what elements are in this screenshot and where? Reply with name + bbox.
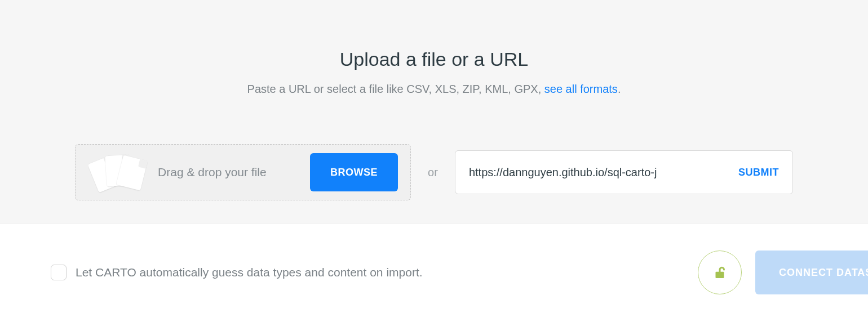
footer-right-group: CONNECT DATASET xyxy=(698,251,868,294)
footer-bar: Let CARTO automatically guess data types… xyxy=(0,223,868,322)
see-all-formats-link[interactable]: see all formats xyxy=(544,83,618,95)
auto-guess-checkbox[interactable] xyxy=(51,265,67,280)
privacy-toggle[interactable] xyxy=(698,251,742,294)
svg-rect-0 xyxy=(716,272,724,278)
page-title: Upload a file or a URL xyxy=(0,48,868,70)
upload-panel: Upload a file or a URL Paste a URL or se… xyxy=(0,0,868,223)
connect-dataset-button[interactable]: CONNECT DATASET xyxy=(755,251,868,294)
unlock-icon xyxy=(711,264,728,281)
url-input[interactable] xyxy=(469,166,727,179)
url-input-box: SUBMIT xyxy=(455,150,793,194)
files-stack-icon xyxy=(89,154,145,190)
auto-guess-label: Let CARTO automatically guess data types… xyxy=(76,266,423,279)
or-separator: or xyxy=(428,166,438,179)
submit-button[interactable]: SUBMIT xyxy=(727,167,779,178)
subtitle-period: . xyxy=(618,83,621,95)
dropzone-label: Drag & drop your file xyxy=(158,166,298,179)
browse-button[interactable]: BROWSE xyxy=(310,153,398,191)
file-dropzone[interactable]: Drag & drop your file BROWSE xyxy=(75,144,411,200)
subtitle-text: Paste a URL or select a file like CSV, X… xyxy=(247,83,544,95)
upload-controls-row: Drag & drop your file BROWSE or SUBMIT xyxy=(0,144,868,200)
page-subtitle: Paste a URL or select a file like CSV, X… xyxy=(0,83,868,96)
